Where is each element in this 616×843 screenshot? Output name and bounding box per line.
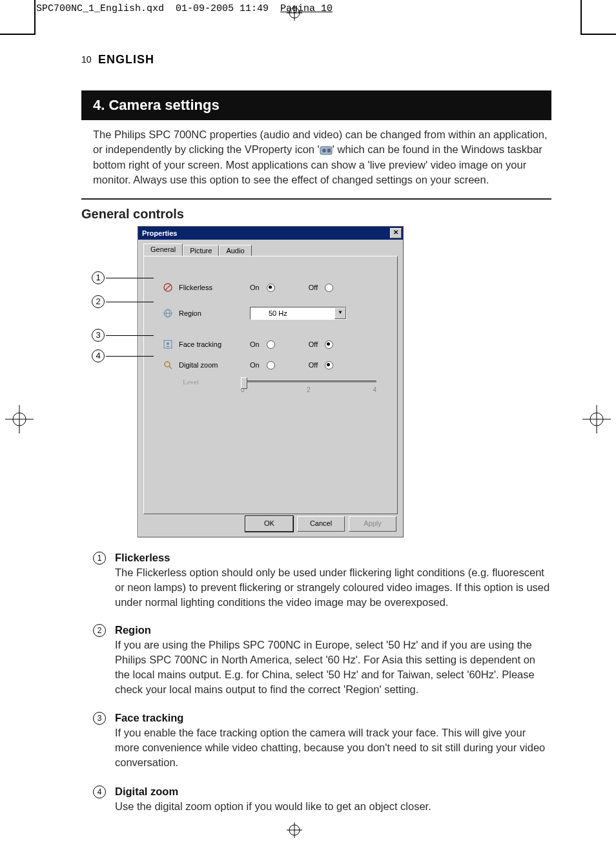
tab-strip: General Picture Audio — [143, 244, 398, 256]
level-slider[interactable]: 0 2 4 — [241, 380, 376, 393]
tab-audio[interactable]: Audio — [219, 245, 251, 256]
region-dropdown[interactable]: 50 Hz ▼ — [250, 307, 347, 320]
chevron-down-icon: ▼ — [334, 307, 346, 319]
radio-on-icon — [267, 340, 275, 349]
flickerless-on-radio[interactable]: On — [250, 284, 275, 292]
horizontal-rule — [81, 198, 551, 200]
tab-picture[interactable]: Picture — [183, 245, 219, 256]
chapter-title: 4. Camera settings — [81, 90, 551, 120]
desc-body: The Flickerless option should only be us… — [115, 567, 549, 608]
crop-mark — [34, 0, 36, 35]
tab-general[interactable]: General — [143, 244, 183, 256]
registration-mark-icon — [287, 822, 302, 838]
callout-3: 3 — [92, 329, 105, 342]
radio-label: On — [250, 340, 260, 348]
leader-line — [106, 278, 154, 278]
globe-icon — [157, 308, 179, 318]
zoom-on-radio[interactable]: On — [250, 361, 275, 369]
row-region: Region 50 Hz ▼ — [157, 307, 389, 320]
face-tracking-label: Face tracking — [179, 340, 250, 348]
ok-button[interactable]: OK — [245, 516, 293, 532]
button-label: Cancel — [310, 519, 332, 527]
facetrack-on-radio[interactable]: On — [250, 340, 275, 349]
dialog-titlebar[interactable]: Properties ✕ — [138, 227, 403, 240]
row-digital-zoom: Digital zoom On Off — [157, 360, 389, 370]
radio-off-icon — [325, 284, 333, 292]
desc-num-4: 4 — [93, 786, 106, 798]
desc-title: Face tracking — [115, 711, 553, 725]
apply-button[interactable]: Apply — [349, 516, 396, 532]
radio-on-icon — [267, 361, 275, 369]
page-number: 10 — [81, 54, 92, 65]
leader-line — [106, 302, 154, 302]
desc-num-3: 3 — [93, 712, 106, 725]
close-icon[interactable]: ✕ — [390, 228, 402, 238]
dropdown-value: 50 Hz — [269, 309, 287, 317]
flickerless-off-radio[interactable]: Off — [309, 284, 334, 292]
radio-off-icon — [325, 361, 333, 369]
desc-num-2: 2 — [93, 624, 106, 637]
desc-flickerless: Flickerless The Flickerless option shoul… — [115, 550, 553, 610]
leader-line — [106, 356, 154, 357]
tab-label: General — [150, 245, 176, 253]
dialog-button-row: OK Cancel Apply — [245, 516, 396, 532]
radio-label: Off — [309, 284, 318, 291]
desc-title: Flickerless — [115, 550, 553, 565]
desc-title: Region — [115, 623, 553, 638]
desc-body: Use the digital zoom option if you would… — [115, 800, 431, 812]
facetrack-off-radio[interactable]: Off — [309, 340, 334, 349]
print-header: SPC700NC_1_English.qxd 01-09-2005 11:49 … — [36, 3, 333, 14]
radio-label: Off — [309, 340, 318, 348]
desc-region: Region If you are using the Philips SPC … — [115, 623, 553, 697]
desc-num-1: 1 — [93, 552, 106, 565]
header-pagina: Pagina 10 — [280, 3, 333, 14]
desc-body: If you enable the face tracking option t… — [115, 727, 545, 768]
region-label: Region — [179, 309, 250, 317]
callout-2: 2 — [92, 295, 105, 308]
dialog-title: Properties — [142, 229, 177, 237]
svg-rect-5 — [327, 149, 331, 152]
slider-thumb[interactable] — [241, 377, 247, 389]
zoom-off-radio[interactable]: Off — [309, 361, 334, 369]
digital-zoom-label: Digital zoom — [179, 361, 250, 369]
svg-point-19 — [165, 362, 170, 367]
row-flickerless: Flickerless On Off — [157, 282, 389, 293]
slider-ticks: 0 2 4 — [241, 386, 376, 393]
properties-dialog: Properties ✕ General Picture Audio Flick… — [138, 226, 404, 537]
button-label: OK — [264, 519, 274, 527]
desc-title: Digital zoom — [115, 784, 553, 799]
crop-mark — [580, 34, 616, 35]
registration-mark-icon — [582, 405, 611, 433]
svg-point-4 — [322, 149, 326, 152]
registration-mark-icon — [5, 405, 34, 433]
desc-digital-zoom: Digital zoom Use the digital zoom option… — [115, 784, 553, 814]
crop-mark — [0, 34, 36, 35]
cancel-button[interactable]: Cancel — [297, 516, 345, 532]
radio-off-icon — [325, 340, 333, 349]
header-timestamp: 01-09-2005 11:49 — [176, 3, 269, 14]
leader-line — [106, 335, 154, 336]
intro-paragraph: The Philips SPC 700NC properties (audio … — [93, 127, 551, 187]
face-tracking-icon — [157, 339, 179, 349]
tab-label: Picture — [190, 247, 212, 255]
svg-point-18 — [167, 342, 169, 345]
slider-track — [241, 380, 376, 382]
radio-label: Off — [309, 361, 318, 369]
language-label: ENGLISH — [98, 53, 154, 67]
svg-line-13 — [165, 285, 170, 290]
tab-panel-general: Flickerless On Off Region 50 Hz ▼ — [143, 256, 398, 514]
callout-4: 4 — [92, 349, 105, 362]
tick-label: 4 — [373, 386, 376, 393]
section-subheading: General controls — [81, 207, 184, 222]
svg-line-20 — [169, 366, 172, 369]
desc-face-tracking: Face tracking If you enable the face tra… — [115, 711, 553, 770]
button-label: Apply — [364, 519, 382, 527]
magnifier-icon — [157, 360, 179, 370]
crop-mark — [580, 0, 582, 35]
radio-on-icon — [267, 284, 275, 292]
tab-label: Audio — [226, 247, 244, 255]
level-label: Level — [183, 378, 199, 386]
flickerless-label: Flickerless — [179, 284, 250, 291]
desc-body: If you are using the Philips SPC 700NC i… — [115, 639, 535, 695]
radio-label: On — [250, 361, 260, 369]
